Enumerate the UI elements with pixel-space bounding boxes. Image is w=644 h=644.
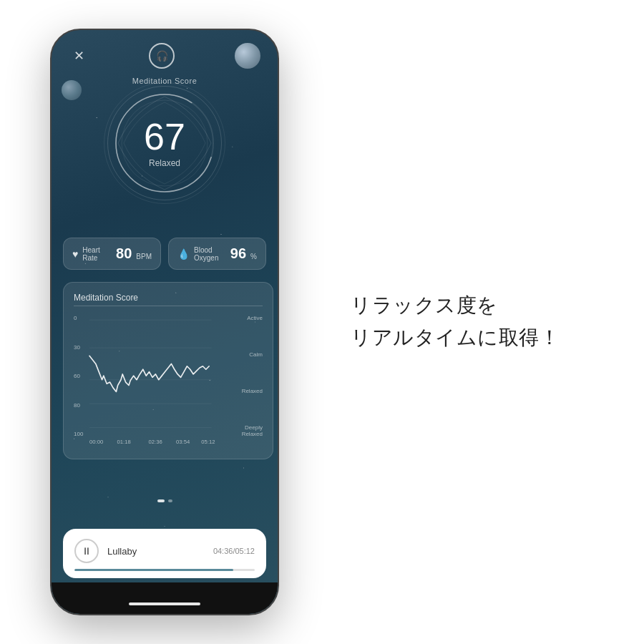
metrics-row: ♥ Heart Rate 80 BPM 💧 Blood Oxygen 96 % (63, 238, 266, 270)
top-bar: ✕ 🎧 (52, 43, 278, 69)
svg-text:03:54: 03:54 (176, 439, 190, 445)
heart-icon: ♥ (72, 248, 78, 260)
close-button[interactable]: ✕ (69, 46, 89, 66)
blood-oxygen-card: 💧 Blood Oxygen 96 % (168, 238, 266, 270)
svg-text:01:18: 01:18 (117, 439, 131, 445)
heart-rate-card: ♥ Heart Rate 80 BPM (63, 238, 161, 270)
headphone-icon: 🎧 (156, 50, 168, 62)
y-label-80: 80 (74, 402, 83, 409)
blood-oxygen-label: Blood Oxygen (194, 246, 226, 262)
pause-button[interactable]: ⏸ (74, 539, 99, 563)
center-icon[interactable]: 🎧 (149, 43, 175, 69)
progress-bar[interactable] (74, 569, 255, 571)
moon-avatar (235, 43, 260, 69)
phone-frame: ✕ 🎧 Meditation Score (50, 29, 279, 615)
svg-text:02:36: 02:36 (149, 439, 162, 445)
dot-1 (157, 499, 165, 502)
chart-card: Meditation Score 0 30 60 80 100 Active C… (63, 282, 273, 459)
chart-right-labels: Active Calm Relaxed DeeplyRelaxed (242, 312, 263, 437)
chart-divider (74, 306, 263, 306)
svg-text:00:00: 00:00 (89, 439, 103, 445)
track-title: Lullaby (107, 546, 205, 557)
r-label-calm: Calm (242, 351, 263, 358)
heart-rate-unit: BPM (136, 253, 152, 260)
chart-line: 00:00 01:18 02:36 03:54 05:12 (74, 312, 263, 452)
text-section: リラックス度を リアルタイムに取得！ (329, 0, 644, 644)
score-state: Relaxed (149, 158, 180, 168)
track-time: 04:36/05:12 (213, 547, 255, 555)
phone-section: ✕ 🎧 Meditation Score (0, 0, 329, 644)
score-value: 67 (144, 118, 185, 155)
home-indicator (129, 602, 200, 605)
svg-text:05:12: 05:12 (201, 439, 215, 445)
japanese-text-block: リラックス度を リアルタイムに取得！ (351, 290, 623, 354)
pause-icon: ⏸ (82, 545, 92, 557)
japanese-line-2: リアルタイムに取得！ (351, 322, 623, 354)
r-label-active: Active (242, 315, 263, 321)
progress-fill (74, 569, 233, 571)
y-label-30: 30 (74, 344, 83, 351)
chart-container: 0 30 60 80 100 Active Calm Relaxed Deepl… (74, 312, 263, 452)
y-label-0: 0 (74, 315, 83, 321)
page-dots (52, 499, 278, 502)
japanese-line-1: リラックス度を (351, 290, 623, 322)
r-label-deeply-relaxed: DeeplyRelaxed (242, 424, 263, 437)
player-top-row: ⏸ Lullaby 04:36/05:12 (74, 539, 255, 563)
r-label-relaxed: Relaxed (242, 388, 263, 394)
chart-y-labels: 0 30 60 80 100 (74, 312, 83, 437)
y-label-60: 60 (74, 373, 83, 379)
blood-oxygen-unit: % (250, 253, 257, 260)
heart-rate-value: 80 (116, 245, 132, 262)
y-label-100: 100 (74, 431, 83, 437)
bottom-bar (52, 582, 278, 614)
heart-rate-label: Heart Rate (82, 246, 112, 262)
media-player: ⏸ Lullaby 04:36/05:12 (63, 529, 266, 578)
score-area: Meditation Score (52, 77, 278, 197)
dot-2 (168, 499, 172, 502)
water-drop-icon: 💧 (177, 248, 190, 260)
chart-title: Meditation Score (74, 293, 263, 303)
blood-oxygen-value: 96 (230, 245, 246, 262)
score-circle: 67 Relaxed (111, 89, 218, 197)
